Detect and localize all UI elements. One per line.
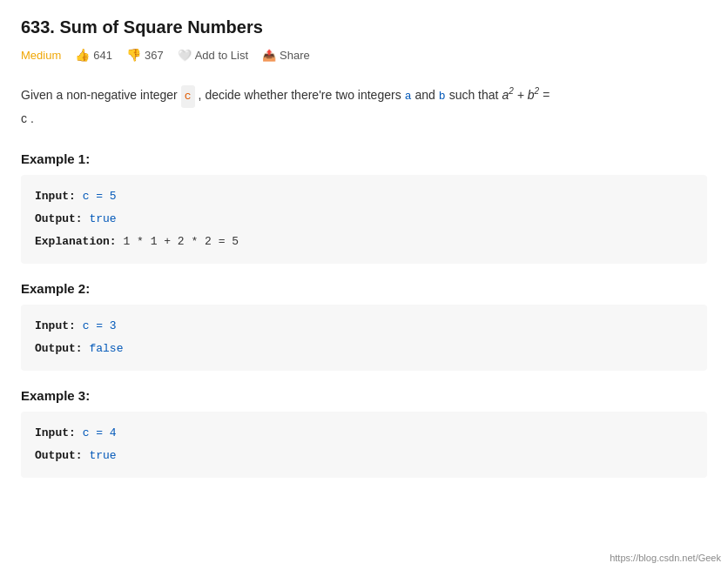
example-explanation-1: Explanation: 1 * 1 + 2 * 2 = 5 <box>35 231 693 253</box>
example-title-3: Example 3: <box>21 388 707 403</box>
share-label: Share <box>280 49 310 62</box>
desc-var-a: a <box>405 86 412 108</box>
add-to-list-button[interactable]: 🤍 Add to List <box>178 49 248 62</box>
upvote-count: 641 <box>93 49 112 62</box>
add-to-list-label: Add to List <box>195 49 248 62</box>
desc-continuation: c . <box>21 108 707 130</box>
example-input-2: Input: c = 3 <box>35 315 693 338</box>
examples-container: Example 1:Input: c = 5Output: trueExplan… <box>21 151 707 478</box>
downvote-count: 367 <box>145 49 164 62</box>
desc-text-2: , decide whether there're two integers <box>199 84 401 107</box>
example-output-1: Output: true <box>35 208 693 231</box>
share-icon: 📤 <box>262 49 276 62</box>
problem-description: Given a non-negative integer c , decide … <box>21 83 707 131</box>
upvote-button[interactable]: 👍 641 <box>75 48 112 62</box>
difficulty-badge: Medium <box>21 49 61 62</box>
watermark: https://blog.csdn.net/Geek <box>610 553 721 563</box>
desc-var-b: b <box>439 86 446 108</box>
downvote-button[interactable]: 👎 367 <box>126 48 164 62</box>
meta-bar: Medium 👍 641 👎 367 🤍 Add to List 📤 Share <box>21 48 707 62</box>
example-title-2: Example 2: <box>21 281 707 296</box>
share-button[interactable]: 📤 Share <box>262 49 310 62</box>
example-title-1: Example 1: <box>21 151 707 166</box>
thumbs-up-icon: 👍 <box>75 48 90 62</box>
example-block-3: Input: c = 4Output: true <box>21 412 707 478</box>
heart-icon: 🤍 <box>178 49 192 62</box>
example-section-1: Example 1:Input: c = 5Output: trueExplan… <box>21 151 707 264</box>
problem-title: 633. Sum of Square Numbers <box>21 17 707 37</box>
desc-var-c: c <box>181 85 195 109</box>
example-output-2: Output: false <box>35 338 693 360</box>
example-input-3: Input: c = 4 <box>35 422 693 445</box>
math-formula: a2 + b2 = <box>502 83 549 106</box>
thumbs-down-icon: 👎 <box>126 48 141 62</box>
example-input-1: Input: c = 5 <box>35 185 693 208</box>
desc-text-4: such that <box>449 84 499 107</box>
example-output-3: Output: true <box>35 445 693 467</box>
example-block-1: Input: c = 5Output: trueExplanation: 1 *… <box>21 175 707 264</box>
example-section-2: Example 2:Input: c = 3Output: false <box>21 281 707 371</box>
desc-text-1: Given a non-negative integer <box>21 84 178 107</box>
example-section-3: Example 3:Input: c = 4Output: true <box>21 388 707 478</box>
desc-text-3: and <box>415 84 435 107</box>
example-block-2: Input: c = 3Output: false <box>21 305 707 371</box>
